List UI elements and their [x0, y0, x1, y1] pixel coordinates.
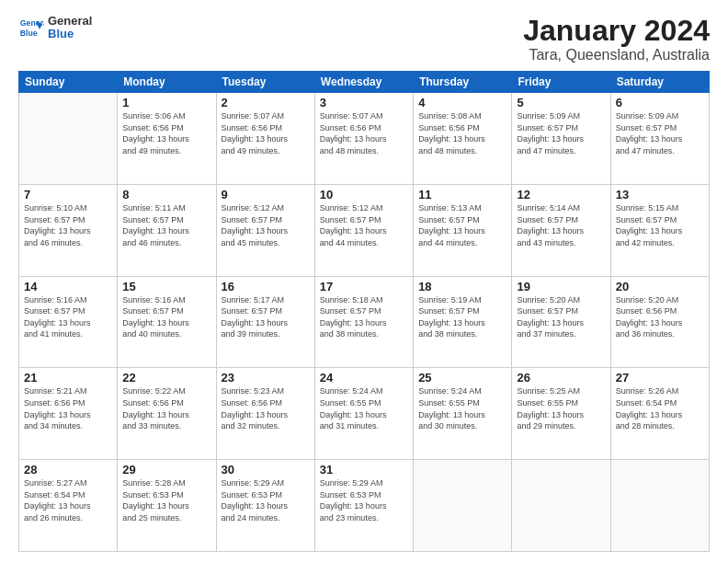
- table-row: 16Sunrise: 5:17 AM Sunset: 6:57 PM Dayli…: [216, 276, 314, 368]
- day-number: 6: [616, 96, 704, 109]
- calendar-week-row: 28Sunrise: 5:27 AM Sunset: 6:54 PM Dayli…: [19, 460, 710, 552]
- table-row: 8Sunrise: 5:11 AM Sunset: 6:57 PM Daylig…: [118, 184, 216, 276]
- day-info: Sunrise: 5:16 AM Sunset: 6:57 PM Dayligh…: [24, 294, 112, 340]
- table-row: 25Sunrise: 5:24 AM Sunset: 6:55 PM Dayli…: [414, 368, 512, 460]
- day-info: Sunrise: 5:16 AM Sunset: 6:57 PM Dayligh…: [122, 294, 210, 340]
- day-number: 26: [517, 371, 605, 385]
- day-number: 14: [24, 280, 112, 293]
- calendar-subtitle: Tara, Queensland, Australia: [523, 47, 710, 63]
- day-info: Sunrise: 5:09 AM Sunset: 6:57 PM Dayligh…: [616, 110, 704, 156]
- col-monday: Monday: [118, 72, 216, 93]
- day-info: Sunrise: 5:20 AM Sunset: 6:56 PM Dayligh…: [616, 294, 704, 340]
- table-row: [610, 460, 709, 552]
- table-row: 20Sunrise: 5:20 AM Sunset: 6:56 PM Dayli…: [610, 276, 709, 368]
- day-info: Sunrise: 5:19 AM Sunset: 6:57 PM Dayligh…: [418, 294, 506, 340]
- calendar-table: Sunday Monday Tuesday Wednesday Thursday…: [18, 71, 710, 552]
- day-number: 9: [222, 188, 310, 201]
- col-tuesday: Tuesday: [216, 72, 314, 93]
- calendar-body: 1Sunrise: 5:06 AM Sunset: 6:56 PM Daylig…: [19, 93, 710, 552]
- day-number: 23: [222, 371, 310, 385]
- day-info: Sunrise: 5:06 AM Sunset: 6:56 PM Dayligh…: [122, 110, 210, 156]
- table-row: 26Sunrise: 5:25 AM Sunset: 6:55 PM Dayli…: [512, 368, 610, 460]
- table-row: 9Sunrise: 5:12 AM Sunset: 6:57 PM Daylig…: [216, 184, 314, 276]
- col-wednesday: Wednesday: [314, 72, 413, 93]
- day-number: 28: [24, 463, 112, 477]
- col-saturday: Saturday: [610, 72, 709, 93]
- day-number: 17: [320, 280, 408, 293]
- day-info: Sunrise: 5:21 AM Sunset: 6:56 PM Dayligh…: [24, 385, 112, 431]
- table-row: 3Sunrise: 5:07 AM Sunset: 6:56 PM Daylig…: [314, 93, 413, 185]
- day-number: 24: [320, 371, 408, 385]
- day-info: Sunrise: 5:27 AM Sunset: 6:54 PM Dayligh…: [24, 477, 112, 523]
- day-info: Sunrise: 5:11 AM Sunset: 6:57 PM Dayligh…: [122, 202, 210, 248]
- day-number: 13: [616, 188, 704, 201]
- day-number: 16: [222, 280, 310, 293]
- day-info: Sunrise: 5:14 AM Sunset: 6:57 PM Dayligh…: [517, 202, 605, 248]
- table-row: 31Sunrise: 5:29 AM Sunset: 6:53 PM Dayli…: [314, 460, 413, 552]
- table-row: 13Sunrise: 5:15 AM Sunset: 6:57 PM Dayli…: [610, 184, 709, 276]
- table-row: 4Sunrise: 5:08 AM Sunset: 6:56 PM Daylig…: [414, 93, 512, 185]
- day-number: 29: [122, 463, 210, 477]
- day-info: Sunrise: 5:24 AM Sunset: 6:55 PM Dayligh…: [320, 385, 408, 431]
- logo: General Blue General Blue: [18, 15, 92, 41]
- table-row: 14Sunrise: 5:16 AM Sunset: 6:57 PM Dayli…: [19, 276, 118, 368]
- day-info: Sunrise: 5:22 AM Sunset: 6:56 PM Dayligh…: [122, 385, 210, 431]
- table-row: 12Sunrise: 5:14 AM Sunset: 6:57 PM Dayli…: [512, 184, 610, 276]
- table-row: 30Sunrise: 5:29 AM Sunset: 6:53 PM Dayli…: [216, 460, 314, 552]
- day-number: 2: [222, 96, 310, 109]
- day-info: Sunrise: 5:12 AM Sunset: 6:57 PM Dayligh…: [222, 202, 310, 248]
- day-number: 21: [24, 371, 112, 385]
- svg-text:Blue: Blue: [20, 29, 38, 38]
- day-number: 11: [418, 188, 506, 201]
- day-number: 18: [418, 280, 506, 293]
- day-number: 22: [122, 371, 210, 385]
- table-row: 2Sunrise: 5:07 AM Sunset: 6:56 PM Daylig…: [216, 93, 314, 185]
- table-row: [512, 460, 610, 552]
- day-number: 15: [122, 280, 210, 293]
- day-number: 5: [517, 96, 605, 109]
- day-number: 7: [24, 188, 112, 201]
- calendar-week-row: 7Sunrise: 5:10 AM Sunset: 6:57 PM Daylig…: [19, 184, 710, 276]
- day-info: Sunrise: 5:07 AM Sunset: 6:56 PM Dayligh…: [222, 110, 310, 156]
- table-row: [414, 460, 512, 552]
- calendar-header-row: Sunday Monday Tuesday Wednesday Thursday…: [19, 72, 710, 93]
- day-info: Sunrise: 5:20 AM Sunset: 6:57 PM Dayligh…: [517, 294, 605, 340]
- day-info: Sunrise: 5:18 AM Sunset: 6:57 PM Dayligh…: [320, 294, 408, 340]
- table-row: 19Sunrise: 5:20 AM Sunset: 6:57 PM Dayli…: [512, 276, 610, 368]
- calendar-week-row: 21Sunrise: 5:21 AM Sunset: 6:56 PM Dayli…: [19, 368, 710, 460]
- day-number: 20: [616, 280, 704, 293]
- table-row: 15Sunrise: 5:16 AM Sunset: 6:57 PM Dayli…: [118, 276, 216, 368]
- col-sunday: Sunday: [19, 72, 118, 93]
- logo-icon: General Blue: [18, 15, 44, 40]
- calendar-title: January 2024: [523, 15, 710, 47]
- table-row: 1Sunrise: 5:06 AM Sunset: 6:56 PM Daylig…: [118, 93, 216, 185]
- table-row: 18Sunrise: 5:19 AM Sunset: 6:57 PM Dayli…: [414, 276, 512, 368]
- day-number: 27: [616, 371, 704, 385]
- day-info: Sunrise: 5:10 AM Sunset: 6:57 PM Dayligh…: [24, 202, 112, 248]
- table-row: 27Sunrise: 5:26 AM Sunset: 6:54 PM Dayli…: [610, 368, 709, 460]
- table-row: 21Sunrise: 5:21 AM Sunset: 6:56 PM Dayli…: [19, 368, 118, 460]
- col-friday: Friday: [512, 72, 610, 93]
- table-row: 11Sunrise: 5:13 AM Sunset: 6:57 PM Dayli…: [414, 184, 512, 276]
- day-number: 31: [320, 463, 408, 477]
- calendar-week-row: 1Sunrise: 5:06 AM Sunset: 6:56 PM Daylig…: [19, 93, 710, 185]
- table-row: [19, 93, 118, 185]
- day-info: Sunrise: 5:29 AM Sunset: 6:53 PM Dayligh…: [222, 477, 310, 523]
- day-info: Sunrise: 5:09 AM Sunset: 6:57 PM Dayligh…: [517, 110, 605, 156]
- title-block: January 2024 Tara, Queensland, Australia: [523, 15, 710, 63]
- day-info: Sunrise: 5:26 AM Sunset: 6:54 PM Dayligh…: [616, 385, 704, 431]
- day-number: 3: [320, 96, 408, 109]
- day-info: Sunrise: 5:25 AM Sunset: 6:55 PM Dayligh…: [517, 385, 605, 431]
- day-info: Sunrise: 5:23 AM Sunset: 6:56 PM Dayligh…: [222, 385, 310, 431]
- table-row: 17Sunrise: 5:18 AM Sunset: 6:57 PM Dayli…: [314, 276, 413, 368]
- day-info: Sunrise: 5:07 AM Sunset: 6:56 PM Dayligh…: [320, 110, 408, 156]
- day-number: 8: [122, 188, 210, 201]
- logo-text-blue: Blue: [48, 28, 92, 40]
- day-number: 19: [517, 280, 605, 293]
- table-row: 6Sunrise: 5:09 AM Sunset: 6:57 PM Daylig…: [610, 93, 709, 185]
- calendar-week-row: 14Sunrise: 5:16 AM Sunset: 6:57 PM Dayli…: [19, 276, 710, 368]
- day-number: 10: [320, 188, 408, 201]
- page: General Blue General Blue January 2024 T…: [0, 0, 728, 563]
- day-info: Sunrise: 5:12 AM Sunset: 6:57 PM Dayligh…: [320, 202, 408, 248]
- table-row: 29Sunrise: 5:28 AM Sunset: 6:53 PM Dayli…: [118, 460, 216, 552]
